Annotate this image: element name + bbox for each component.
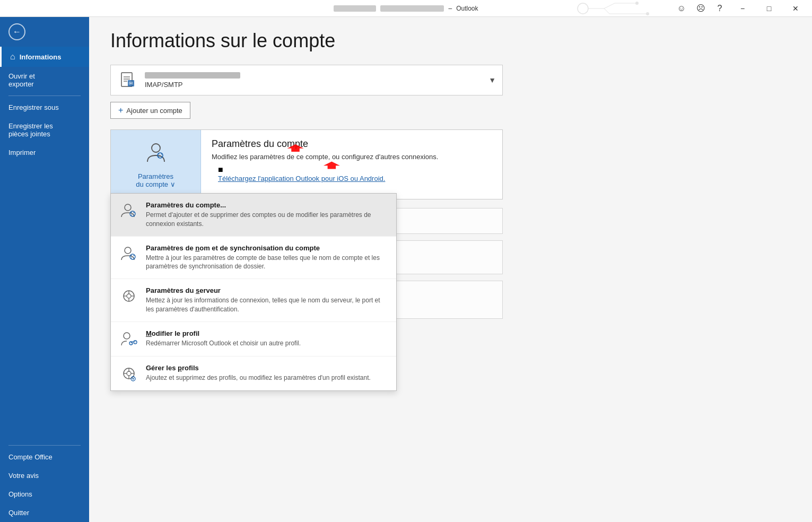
sidebar-item-quitter-label: Quitter <box>8 509 29 517</box>
maximize-btn[interactable]: □ <box>757 0 781 17</box>
add-account-button[interactable]: + Ajouter un compte <box>110 102 190 119</box>
sidebar-item-compte-office[interactable]: Compte Office <box>0 448 89 466</box>
sidebar-item-informations[interactable]: ⌂ Informations <box>0 47 89 67</box>
account-type: IMAP/SMTP <box>145 81 482 89</box>
account-selector[interactable]: ✉ IMAP/SMTP ▼ <box>110 65 503 95</box>
svg-point-26 <box>125 247 131 254</box>
svg-line-29 <box>134 255 135 256</box>
sidebar-item-imprimer-label: Imprimer <box>8 149 36 156</box>
menu-item-3-text: Paramètres du serveur Mettez à jour les … <box>146 286 388 314</box>
menu-item-2-icon <box>119 244 138 263</box>
sidebar-item-enregistrer-pieces-label: Enregistrer lespièces jointes <box>8 122 53 138</box>
svg-point-0 <box>578 3 588 14</box>
sidebar-item-votre-avis-label: Votre avis <box>8 472 39 480</box>
app-body: ← ⌂ Informations Ouvrir etexporter Enreg… <box>0 17 812 522</box>
menu-item-2-text: Paramètres de nom et de synchronisation … <box>146 244 388 272</box>
menu-item-1-icon <box>119 201 138 220</box>
minimize-btn[interactable]: − <box>730 0 755 17</box>
svg-line-2 <box>604 3 615 8</box>
sidebar-divider-1 <box>8 95 81 96</box>
plus-icon: + <box>118 106 123 115</box>
help-btn[interactable]: ? <box>711 0 728 17</box>
svg-text:✉: ✉ <box>129 81 133 86</box>
main-content: Informations sur le compte ✉ IMAP/SMTP ▼ <box>89 17 812 522</box>
titlebar-center: – Outlook <box>272 5 540 12</box>
circuit-decoration <box>540 1 673 16</box>
menu-item-1-desc: Permet d'ajouter et de supprimer des com… <box>146 211 388 229</box>
sidebar-item-imprimer[interactable]: Imprimer <box>0 143 89 162</box>
page-title: Informations sur le compte <box>110 30 791 52</box>
sidebar-item-enregistrer-sous-label: Enregistrer sous <box>8 103 59 111</box>
dropdown-menu: Paramètres du compte... Permet d'ajouter… <box>110 193 397 391</box>
titlebar-blurred-2 <box>380 5 444 12</box>
titlebar-blurred-1 <box>334 5 376 12</box>
panel-left-button[interactable]: Paramètresdu compte ∨ <box>111 130 201 199</box>
menu-item-5-desc: Ajoutez et supprimez des profils, ou mod… <box>146 373 388 382</box>
account-icon: ✉ <box>117 69 138 91</box>
svg-line-5 <box>604 8 609 14</box>
menu-item-4-text: Modifier le profil Redémarrer Microsoft … <box>146 329 388 348</box>
settings-panel-container: Paramètresdu compte ∨ Paramètres du comp… <box>110 129 503 199</box>
account-dropdown-arrow: ▼ <box>488 76 496 84</box>
svg-point-48 <box>133 378 134 379</box>
add-account-label: Ajouter un compte <box>126 107 182 115</box>
svg-line-24 <box>131 215 132 216</box>
menu-item-parametres-serveur[interactable]: Paramètres du serveur Mettez à jour les … <box>111 279 396 322</box>
menu-item-gerer-profils[interactable]: Gérer les profils Ajoutez et supprimez d… <box>111 356 396 390</box>
sidebar-back: ← <box>0 17 89 47</box>
sidebar-item-compte-office-label: Compte Office <box>8 453 53 461</box>
svg-point-33 <box>127 294 131 298</box>
svg-point-42 <box>127 371 131 376</box>
sidebar: ← ⌂ Informations Ouvrir etexporter Enreg… <box>0 17 89 522</box>
svg-point-4 <box>635 2 639 5</box>
svg-line-23 <box>134 212 135 213</box>
smiley-happy-btn[interactable]: ☺ <box>673 0 690 17</box>
panel-bullet: ■ Téléchargez l'application Outlook pour… <box>218 165 492 182</box>
sidebar-item-label: Informations <box>20 53 62 61</box>
home-icon: ⌂ <box>10 52 15 62</box>
sidebar-item-enregistrer-pieces[interactable]: Enregistrer lespièces jointes <box>0 117 89 143</box>
sidebar-item-ouvrir-exporter[interactable]: Ouvrir etexporter <box>0 67 89 93</box>
menu-item-4-desc: Redémarrer Microsoft Outlook et choisir … <box>146 339 388 348</box>
menu-item-4-icon <box>119 329 138 349</box>
smiley-sad-btn[interactable]: ☹ <box>692 0 709 17</box>
menu-item-1-text: Paramètres du compte... Permet d'ajouter… <box>146 201 388 229</box>
svg-point-7 <box>646 12 649 15</box>
account-file-icon: ✉ <box>119 72 136 89</box>
close-btn[interactable]: ✕ <box>783 0 808 17</box>
sidebar-item-enregistrer-sous[interactable]: Enregistrer sous <box>0 98 89 117</box>
sidebar-item-votre-avis[interactable]: Votre avis <box>0 466 89 485</box>
titlebar-app-name: Outlook <box>456 5 478 12</box>
sidebar-item-quitter[interactable]: Quitter <box>0 503 89 522</box>
menu-item-modifier-profil[interactable]: Modifier le profil Redémarrer Microsoft … <box>111 322 396 356</box>
menu-item-2-desc: Mettre à jour les paramètres de compte d… <box>146 254 388 272</box>
sidebar-item-ouvrir-label: Ouvrir etexporter <box>8 72 35 88</box>
menu-item-3-desc: Mettez à jour les informations de connex… <box>146 296 388 314</box>
menu-item-4-title: Modifier le profil <box>146 329 388 337</box>
menu-item-parametres-nom-synchro[interactable]: Paramètres de nom et de synchronisation … <box>111 237 396 280</box>
sidebar-item-options[interactable]: Options <box>0 485 89 503</box>
menu-item-1-title: Paramètres du compte... <box>146 201 388 209</box>
sidebar-bottom: Compte Office Votre avis Options Quitter <box>0 443 89 522</box>
svg-point-38 <box>124 333 130 339</box>
panel-description: Modifiez les paramètres de ce compte, ou… <box>212 153 492 161</box>
menu-item-2-title: Paramètres de nom et de synchronisation … <box>146 244 388 252</box>
menu-item-5-title: Gérer les profils <box>146 364 388 372</box>
titlebar-controls: ☺ ☹ ? − □ ✕ <box>673 0 808 17</box>
panel-left-label: Paramètresdu compte ∨ <box>136 172 175 188</box>
account-details: IMAP/SMTP <box>145 72 482 89</box>
panel-title: Paramètres du compte <box>212 138 492 150</box>
menu-item-5-text: Gérer les profils Ajoutez et supprimez d… <box>146 364 388 382</box>
menu-item-parametres-compte[interactable]: Paramètres du compte... Permet d'ajouter… <box>111 194 396 237</box>
menu-item-3-icon <box>119 286 138 306</box>
svg-line-30 <box>131 257 132 258</box>
sidebar-item-options-label: Options <box>8 490 32 498</box>
menu-item-3-title: Paramètres du serveur <box>146 286 388 294</box>
panel-link[interactable]: Téléchargez l'application Outlook pour i… <box>218 175 492 182</box>
back-button[interactable]: ← <box>8 23 25 40</box>
account-settings-panel: Paramètresdu compte ∨ Paramètres du comp… <box>110 129 503 199</box>
svg-point-20 <box>125 204 131 211</box>
menu-item-5-icon <box>119 364 138 383</box>
sidebar-divider-2 <box>8 445 81 446</box>
titlebar-separator: – <box>448 5 452 12</box>
